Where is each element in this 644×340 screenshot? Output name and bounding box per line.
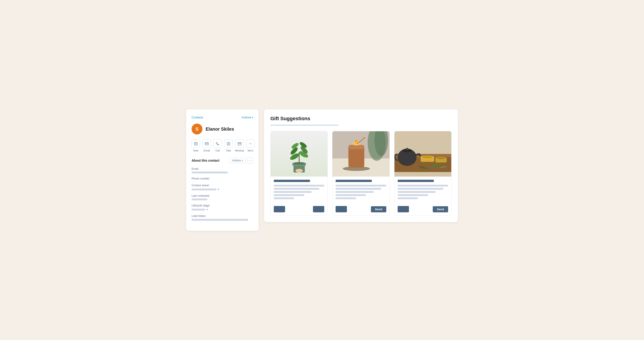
avatar: S (192, 124, 202, 134)
svg-point-11 (251, 144, 252, 144)
svg-point-32 (364, 137, 365, 138)
email-field-label: Email (192, 167, 253, 170)
tea-btn-1[interactable] (398, 206, 409, 212)
meeting-icon (235, 140, 244, 148)
gift-panel: Gift Suggestions (264, 109, 458, 222)
phone-field-label: Phone number (192, 177, 253, 180)
call-action[interactable]: Call (213, 140, 222, 152)
owner-bar (192, 188, 216, 190)
candle-line-3 (336, 191, 374, 193)
gift-panel-divider (270, 125, 338, 126)
lead-status-field-group: Lead status (192, 214, 253, 221)
email-label: Email (204, 149, 210, 152)
task-icon (224, 140, 233, 148)
about-actions-button[interactable]: Actions (230, 158, 246, 163)
email-field-bar (192, 172, 228, 174)
lead-status-label: Lead status (192, 214, 253, 218)
more-action[interactable]: More (246, 140, 255, 152)
contacts-link[interactable]: Contacts (192, 116, 203, 119)
svg-point-49 (406, 148, 408, 150)
svg-point-41 (422, 156, 433, 158)
plant-line-4 (274, 194, 304, 196)
gift-card-plant (270, 131, 328, 216)
plant-line-3 (274, 191, 312, 193)
call-icon (213, 140, 222, 148)
meeting-action[interactable]: Meeting (235, 140, 244, 152)
more-icon (246, 140, 255, 148)
tea-card-footer: Send (394, 204, 451, 216)
about-section-header: About this contact Actions ··· (192, 157, 253, 164)
contact-panel-header: Contacts Actions (192, 116, 253, 119)
task-label: Task (226, 149, 231, 152)
task-action[interactable]: Task (224, 140, 233, 152)
lead-status-bar (192, 219, 248, 221)
svg-point-45 (436, 158, 446, 159)
svg-point-9 (249, 144, 250, 144)
candle-image (332, 131, 389, 176)
gift-cards-row: Send (270, 131, 452, 216)
main-container: Contacts Actions S Elanor Skiles Note (186, 109, 458, 231)
last-contacted-bar (192, 198, 208, 200)
last-contacted-field-group: Last contacted (192, 194, 253, 200)
owner-field-label: Contact owner (192, 184, 253, 187)
candle-line-5 (336, 198, 356, 199)
owner-dropdown-arrow: ▾ (218, 188, 219, 190)
gift-card-candle: Send (332, 131, 390, 216)
gift-panel-title: Gift Suggestions (270, 116, 452, 122)
tea-image (394, 131, 451, 176)
candle-line-4 (336, 194, 366, 196)
candle-btn-1[interactable] (336, 206, 347, 212)
plant-line-2 (274, 188, 319, 190)
more-label: More (248, 149, 254, 152)
contact-panel: Contacts Actions S Elanor Skiles Note (186, 109, 258, 231)
plant-line-5 (274, 198, 294, 199)
candle-line-2 (336, 188, 381, 190)
lifecycle-field-value: ▾ (192, 208, 253, 211)
svg-point-30 (356, 141, 357, 144)
tea-title-bar (398, 180, 434, 182)
owner-field-value: ▾ (192, 188, 253, 190)
contact-name: Elanor Skiles (206, 126, 234, 132)
plant-card-footer (270, 204, 328, 216)
candle-card-footer: Send (332, 204, 389, 216)
plant-btn-1[interactable] (274, 206, 285, 212)
tea-line-3 (398, 191, 436, 193)
plant-image (270, 131, 328, 176)
phone-field-group: Phone number (192, 177, 253, 180)
email-action[interactable]: Email (202, 140, 211, 152)
lifecycle-dropdown-arrow: ▾ (206, 208, 208, 211)
tea-line-5 (398, 198, 418, 199)
action-icons-row: Note Email Call (192, 140, 253, 152)
tea-send-button[interactable]: Send (433, 206, 448, 212)
lifecycle-label: Lifecycle stage (192, 204, 253, 207)
email-icon (202, 140, 211, 148)
candle-card-body (332, 176, 389, 204)
email-field-group: Email (192, 167, 253, 174)
candle-title-bar (336, 180, 372, 182)
note-icon (192, 140, 200, 148)
last-contacted-label: Last contacted (192, 194, 253, 198)
svg-rect-5 (238, 142, 241, 145)
candle-send-button[interactable]: Send (371, 206, 386, 212)
plant-title-bar (274, 180, 310, 182)
owner-field-group: Contact owner ▾ (192, 184, 253, 190)
tea-card-body (394, 176, 451, 204)
svg-point-10 (250, 144, 251, 144)
contact-identity: S Elanor Skiles (192, 124, 253, 134)
candle-line-1 (336, 185, 386, 186)
lifecycle-bar (192, 209, 205, 210)
note-label: Note (193, 149, 198, 152)
tea-line-4 (398, 194, 428, 196)
plant-card-body (270, 176, 328, 204)
gift-card-tea: Send (394, 131, 452, 216)
plant-btn-2[interactable] (313, 206, 324, 212)
svg-point-22 (296, 169, 303, 172)
note-action[interactable]: Note (192, 140, 200, 152)
tea-line-1 (398, 185, 448, 186)
tea-line-2 (398, 188, 443, 190)
header-actions-link[interactable]: Actions (242, 116, 253, 119)
about-title: About this contact (192, 159, 220, 162)
lifecycle-field-group: Lifecycle stage ▾ (192, 204, 253, 211)
plant-line-1 (274, 185, 324, 186)
about-dots-button[interactable]: ··· (247, 157, 253, 164)
